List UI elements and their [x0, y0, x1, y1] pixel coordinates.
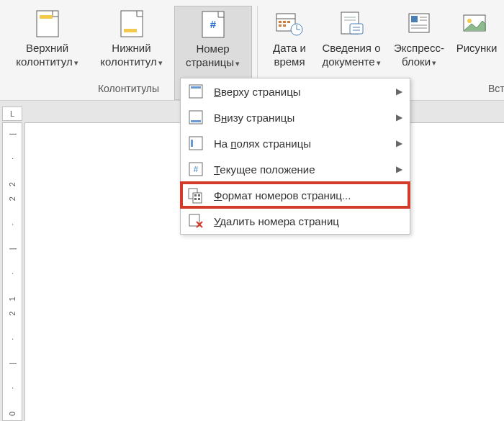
- pictures-label1: Рисунки: [456, 42, 498, 54]
- header-bottom-icon: [115, 7, 148, 40]
- menu-format-page-numbers[interactable]: Формат номеров страниц...: [181, 182, 410, 208]
- submenu-arrow-icon: ▶: [396, 138, 402, 148]
- chevron-down-icon: ▾: [74, 58, 78, 67]
- svg-rect-39: [193, 193, 202, 203]
- submenu-arrow-icon: ▶: [396, 86, 402, 96]
- svg-rect-1: [40, 15, 53, 19]
- quickparts-label2: блоки: [402, 55, 431, 68]
- svg-text:#: #: [210, 18, 216, 30]
- format-numbers-icon: [188, 188, 204, 204]
- datetime-label1: Дата и: [273, 42, 306, 54]
- page-number-icon: #: [197, 8, 230, 41]
- group-title-insert: Вставка: [488, 83, 504, 94]
- chevron-down-icon: ▾: [377, 58, 381, 67]
- menu-page-margins[interactable]: На полях страницы ▶: [181, 130, 410, 156]
- svg-rect-12: [283, 24, 286, 27]
- docinfo-icon: [335, 7, 368, 40]
- submenu-arrow-icon: ▶: [396, 164, 402, 174]
- svg-rect-44: [189, 214, 199, 226]
- calendar-clock-icon: [273, 7, 306, 40]
- svg-rect-42: [194, 198, 197, 200]
- chevron-down-icon: ▾: [235, 59, 240, 68]
- page-number-menu: Вверху страницы ▶ Внизу страницы ▶ На по…: [180, 78, 410, 235]
- svg-rect-0: [37, 11, 58, 37]
- header-top-icon: [31, 7, 64, 40]
- svg-point-29: [467, 19, 472, 23]
- menu-remove-page-numbers[interactable]: Удалить номера страниц: [181, 208, 410, 234]
- svg-text:#: #: [194, 165, 199, 173]
- current-position-icon: #: [188, 161, 204, 177]
- remove-numbers-icon: [188, 213, 204, 229]
- svg-rect-11: [279, 24, 282, 27]
- svg-rect-33: [191, 120, 201, 122]
- page-number-label2: страницы: [186, 56, 234, 68]
- ruler-ticks: 15 · | · 16 · | · 17 · | · 18 · | · 19 ·…: [8, 123, 17, 421]
- chevron-down-icon: ▾: [158, 58, 163, 67]
- datetime-label2: время: [274, 55, 305, 68]
- svg-rect-9: [283, 21, 286, 23]
- quickparts-icon: [402, 7, 436, 40]
- svg-rect-31: [191, 86, 201, 89]
- page-bottom-icon: [188, 109, 204, 125]
- menu-format-label: Формат номеров страниц...: [214, 189, 402, 202]
- menu-current-label: Текущее положение: [214, 163, 390, 176]
- vertical-ruler[interactable]: 15 · | · 16 · | · 17 · | · 18 · | · 19 ·…: [2, 122, 22, 421]
- page-number-label1: Номер: [196, 42, 229, 55]
- svg-rect-19: [350, 24, 363, 34]
- svg-rect-3: [124, 29, 137, 32]
- menu-current-position[interactable]: # Текущее положение ▶: [181, 156, 410, 182]
- svg-rect-2: [121, 11, 143, 37]
- menu-top-of-page[interactable]: Вверху страницы ▶: [181, 78, 410, 104]
- submenu-arrow-icon: ▶: [396, 112, 402, 122]
- header-top-label2: колонтитул: [16, 55, 73, 68]
- svg-rect-41: [198, 194, 200, 196]
- docinfo-label2: документе: [322, 55, 374, 68]
- svg-rect-8: [279, 21, 282, 23]
- pictures-icon: [460, 7, 493, 40]
- header-top-label1: Верхний: [26, 42, 68, 54]
- chevron-down-icon: ▾: [432, 58, 436, 67]
- docinfo-label1: Сведения о: [322, 42, 380, 54]
- svg-rect-23: [411, 16, 418, 22]
- page-margins-icon: [188, 135, 204, 151]
- header-bottom-label2: колонтитул: [100, 55, 157, 68]
- menu-bottom-label: Внизу страницы: [214, 112, 390, 124]
- ruler-corner: L: [2, 107, 22, 121]
- header-bottom-label1: Нижний: [112, 42, 150, 54]
- menu-top-label: Вверху страницы: [214, 86, 390, 98]
- menu-margins-label: На полях страницы: [214, 137, 390, 150]
- svg-rect-10: [287, 21, 290, 23]
- svg-rect-43: [198, 198, 200, 200]
- svg-rect-40: [194, 194, 197, 196]
- svg-rect-35: [191, 140, 193, 147]
- menu-bottom-of-page[interactable]: Внизу страницы ▶: [181, 104, 410, 130]
- page-top-icon: [188, 83, 204, 99]
- menu-remove-label: Удалить номера страниц: [214, 215, 402, 227]
- quickparts-label1: Экспресс-: [394, 42, 444, 54]
